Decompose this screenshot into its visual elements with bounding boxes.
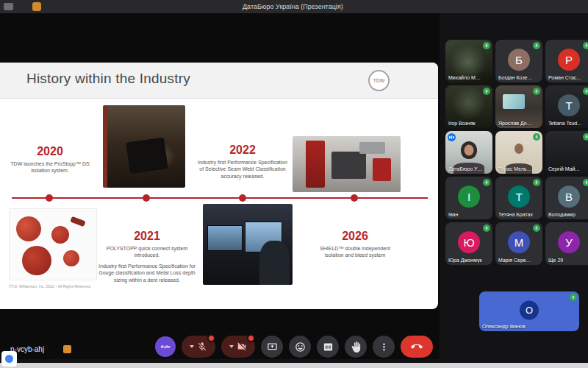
mic-button[interactable]	[182, 336, 215, 358]
participant-tile[interactable]: І Іван	[445, 177, 492, 219]
photo-shape	[306, 141, 325, 188]
participant-overflow-tile[interactable]: У Ще 29	[545, 222, 588, 265]
captions-icon	[323, 342, 334, 353]
tldv-bot-button[interactable]: tl;dv	[155, 336, 176, 357]
avatar: О	[520, 300, 539, 319]
captions-button[interactable]	[317, 336, 339, 358]
slide-title: History within the Industry	[26, 71, 190, 87]
camera-indicator-icon	[4, 3, 13, 10]
shared-slide[interactable]: History within the Industry TDW	[0, 63, 438, 309]
participant-tile[interactable]: О Олександр Іванов	[479, 291, 579, 331]
participants-grid: Михайло Миронюк Б Богдан Козелецький Р Р…	[445, 40, 588, 265]
milestone-year: 2021	[96, 230, 198, 243]
participant-tile[interactable]: Ярослав Дорошенко	[495, 85, 542, 128]
avatar-letter: Б	[515, 54, 523, 66]
avatar-letter: Т	[515, 191, 522, 203]
participant-name: ДатаБюро Україна	[448, 166, 483, 171]
participant-tile[interactable]: Ігор Возняк	[445, 85, 492, 128]
reactions-button[interactable]	[289, 336, 311, 358]
avatar-letter: О	[526, 305, 533, 316]
extension-icon[interactable]	[63, 345, 71, 353]
participant-name: Михайло Миронюк	[448, 75, 483, 80]
participants-panel: Михайло Миронюк Б Богдан Козелецький Р Р…	[445, 40, 588, 269]
workshop-photo	[103, 105, 185, 188]
milestone-2026: 2026 SHIELD™ double independent isolatio…	[313, 230, 397, 259]
mic-on-icon	[533, 224, 540, 232]
timeline-dot	[143, 194, 150, 202]
participant-tile[interactable]: Т Тетяна Братах	[495, 177, 542, 219]
photo-shape	[63, 250, 79, 266]
avatar-letter: М	[514, 236, 524, 249]
mic-on-icon	[570, 294, 577, 301]
mic-on-icon	[483, 224, 490, 232]
participant-name: Роман Стас...	[548, 75, 583, 80]
raise-hand-icon	[351, 342, 362, 353]
participant-tile[interactable]: Тарас Мельник	[495, 131, 542, 174]
mic-on-icon	[583, 179, 588, 186]
avatar: Ю	[458, 231, 480, 253]
participant-tile[interactable]: В Володимир	[545, 177, 588, 219]
more-options-button[interactable]	[373, 336, 395, 358]
photo-shape	[126, 138, 168, 174]
tldv-label: tl;dv	[161, 344, 171, 349]
participant-tile[interactable]: М Марія Середюк	[495, 222, 542, 265]
participant-name: Tetiana Tsud...	[548, 121, 583, 126]
milestone-2022: 2022 Industry first Performance Specific…	[197, 144, 288, 180]
presenting-icon	[448, 133, 456, 141]
meet-controls: tl;dv	[155, 336, 433, 358]
participant-name: Сергій Май...	[548, 166, 583, 171]
avatar-letter: Р	[565, 54, 573, 66]
camera-button[interactable]	[221, 336, 255, 358]
notification-dot	[207, 334, 215, 342]
participant-tile[interactable]: Ю Юра Джонмук	[445, 222, 492, 265]
participant-tile[interactable]: T Tetiana Tsud...	[545, 85, 588, 128]
avatar: М	[508, 231, 530, 253]
participant-tile[interactable]: Б Богдан Козелецький	[495, 40, 542, 82]
taskbar-app-icon[interactable]	[1, 351, 17, 367]
raise-hand-button[interactable]	[345, 336, 367, 358]
participant-name: Ярослав Дорошенко	[498, 121, 533, 126]
leave-call-icon	[411, 341, 423, 353]
photo-shape	[259, 241, 290, 286]
camera-options-caret[interactable]	[229, 345, 234, 348]
mic-on-icon	[533, 42, 540, 49]
avatar: Т	[508, 185, 530, 208]
mic-on-icon	[533, 179, 540, 186]
isolation-tools-photo	[9, 208, 97, 280]
milestone-year: 2026	[313, 230, 397, 243]
avatar: Р	[558, 49, 580, 71]
mic-on-icon	[483, 179, 490, 186]
participant-tile[interactable]: Михайло Миронюк	[445, 40, 492, 82]
timeline-dot	[351, 194, 358, 202]
mic-on-icon	[483, 42, 490, 49]
milestone-text: POLYSTOPP quick connect system introduce…	[96, 245, 198, 259]
participant-name: Тарас Мельник	[498, 166, 533, 171]
participant-name: Ігор Возняк	[448, 121, 483, 126]
avatar: У	[558, 231, 580, 253]
participant-name: Юра Джонмук	[448, 258, 483, 263]
participant-name: Марія Середюк	[498, 258, 533, 263]
participant-tile[interactable]: Р Роман Стас...	[545, 40, 588, 82]
camera-off-icon	[237, 342, 247, 352]
mic-options-caret[interactable]	[190, 345, 194, 348]
avatar-letter: В	[565, 191, 573, 203]
milestone-text: Industry first Performance Specification…	[197, 159, 288, 180]
present-screen-icon	[267, 342, 278, 353]
participant-name: Ще 29	[548, 258, 583, 263]
workstation-photo	[203, 204, 293, 285]
avatar: В	[558, 185, 580, 208]
participant-tile[interactable]: Сергій Май...	[545, 131, 588, 174]
photo-shape	[16, 216, 41, 241]
timeline-dot	[239, 194, 246, 202]
present-button[interactable]	[261, 336, 283, 358]
app-glyph-icon	[5, 355, 13, 363]
participant-name: Тетяна Братах	[498, 212, 533, 217]
tdw-logo: TDW	[368, 70, 390, 91]
photo-shape	[51, 226, 69, 244]
participant-tile-presenter[interactable]: ДатаБюро Україна	[445, 131, 492, 174]
photo-shape	[22, 246, 51, 275]
mic-on-icon	[533, 133, 540, 141]
mic-on-icon	[533, 88, 540, 95]
leave-call-button[interactable]	[401, 336, 433, 358]
milestone-text: SHIELD™ double independent isolation and…	[313, 245, 397, 259]
